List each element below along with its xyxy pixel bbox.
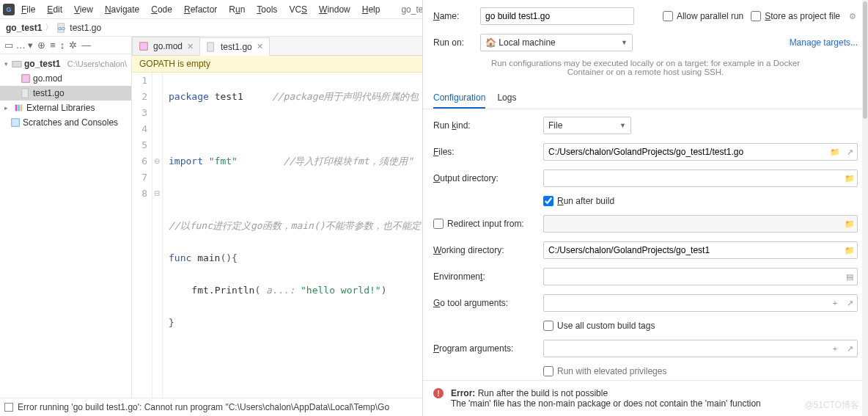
gotool-label: Go tool arguments: — [433, 298, 536, 308]
folder-icon — [12, 59, 22, 69]
tab-gomod[interactable]: go.mod ✕ — [132, 37, 200, 55]
status-text: Error running 'go build test1.go': Canno… — [18, 402, 389, 412]
fold-gutter[interactable]: ⊖ ⊟ — [152, 73, 163, 398]
env-input[interactable] — [543, 268, 858, 285]
menu-edit[interactable]: Edit — [42, 2, 67, 17]
filter-icon[interactable]: ≡ — [50, 40, 56, 51]
runkind-combo[interactable]: File▼ — [543, 117, 631, 134]
outdir-input[interactable] — [543, 169, 858, 187]
scrollbar-thumb[interactable] — [863, 1, 867, 119]
project-tool-window: ▭ … ▾ ⊕ ≡ ↕ ✲ — ▾ go_test1 C:\Users\chal… — [0, 37, 132, 398]
svg-rect-5 — [15, 105, 18, 112]
name-input[interactable] — [480, 7, 634, 25]
editor-pane: go.mod ✕ test1.go ✕ GOPATH is empty 1234… — [132, 37, 422, 398]
close-icon[interactable]: ✕ — [187, 42, 194, 51]
svg-rect-4 — [22, 89, 29, 98]
svg-rect-3 — [22, 75, 30, 83]
svg-rect-8 — [12, 119, 20, 127]
tab-logs[interactable]: Logs — [497, 88, 516, 109]
progargs-label: Program arguments: — [433, 343, 536, 354]
tree-file-gomod[interactable]: go.mod — [0, 71, 131, 86]
close-icon[interactable]: ✕ — [257, 42, 263, 51]
menu-code[interactable]: Code — [146, 2, 177, 17]
line-gutter: 12345678 — [132, 73, 152, 398]
error-line1: Run after the build is not possible — [478, 388, 608, 398]
name-label: Name: — [433, 11, 473, 21]
progargs-input[interactable] — [543, 340, 858, 357]
menu-navigate[interactable]: Navigate — [100, 2, 144, 17]
tree-scratches[interactable]: Scratches and Consoles — [0, 115, 131, 130]
manage-targets-link[interactable]: Manage targets... — [790, 37, 858, 48]
watermark: @51CTO博客 — [804, 399, 859, 412]
tree-root-label: go_test1 — [24, 59, 60, 69]
folder-icon[interactable]: 📁 — [845, 173, 855, 183]
outdir-label: Output directory: — [433, 173, 536, 183]
expand-icon[interactable]: ↗ — [845, 343, 855, 354]
breadcrumb-project[interactable]: go_test1 — [6, 23, 42, 33]
expand-icon[interactable]: ▾ — [4, 60, 10, 67]
tree-file-test1[interactable]: test1.go — [0, 86, 131, 101]
breadcrumb-file[interactable]: test1.go — [70, 23, 101, 33]
gomod-icon — [21, 73, 31, 84]
tree-project-root[interactable]: ▾ go_test1 C:\Users\chalon\ — [0, 56, 131, 71]
gopath-warning-banner: GOPATH is empty — [132, 56, 422, 73]
store-project-checkbox[interactable]: Store as project file — [751, 11, 840, 21]
expand-icon[interactable]: ↗ — [845, 298, 855, 308]
menu-vcs[interactable]: VCS — [284, 2, 312, 17]
menu-refactor[interactable]: Refactor — [179, 2, 222, 17]
sort-icon[interactable]: ↕ — [60, 40, 65, 51]
menu-window[interactable]: Window — [314, 2, 356, 17]
collapse-icon[interactable]: — — [81, 40, 91, 51]
add-icon[interactable]: ⊕ — [37, 40, 45, 51]
expand-icon[interactable]: ↗ — [845, 147, 855, 157]
env-label: Environment: — [433, 271, 536, 282]
project-view-selector-icon[interactable]: ▭ … ▾ — [4, 40, 33, 51]
elevated-checkbox[interactable]: Run with elevated privileges — [543, 366, 666, 376]
custom-tags-checkbox[interactable]: Use all custom build tags — [543, 321, 655, 331]
allow-parallel-checkbox[interactable]: Allow parallel run — [663, 11, 743, 21]
runon-label: Run on: — [433, 37, 473, 48]
folder-icon[interactable]: 📁 — [845, 245, 855, 255]
runon-hint: Run configurations may be executed local… — [423, 56, 868, 85]
project-tree[interactable]: ▾ go_test1 C:\Users\chalon\ go.mod test1… — [0, 54, 131, 132]
tab-test1[interactable]: test1.go ✕ — [199, 37, 270, 56]
plus-icon[interactable]: + — [830, 343, 840, 354]
gotool-input[interactable] — [543, 294, 858, 312]
run-after-build-checkbox[interactable]: Run after build — [543, 196, 614, 206]
menu-file[interactable]: File — [16, 2, 40, 17]
folder-icon[interactable]: 📁 — [845, 219, 855, 229]
tree-file-label: test1.go — [33, 88, 65, 98]
menu-view[interactable]: View — [69, 2, 98, 17]
runon-combo[interactable]: 🏠 Local machine ▼ — [480, 34, 633, 51]
libraries-icon — [14, 103, 24, 113]
tab-configuration[interactable]: Configuration — [433, 88, 485, 109]
files-label: Files: — [433, 147, 536, 157]
dialog-error-footer: ! Error: Run after the build is not poss… — [423, 380, 868, 416]
dialog-scrollbar[interactable] — [862, 0, 868, 416]
svg-rect-10 — [207, 42, 214, 51]
tree-external-libraries[interactable]: ▸ External Libraries — [0, 101, 131, 115]
ide-logo-icon: G — [3, 4, 15, 15]
menu-run[interactable]: Run — [224, 2, 250, 17]
redirect-input-checkbox[interactable]: Redirect input from: — [433, 219, 536, 229]
go-file-icon — [21, 88, 31, 98]
code-editor[interactable]: 12345678 ⊖ ⊟ package test1 //package用于声明… — [132, 73, 422, 398]
redirect-input-field[interactable] — [543, 215, 858, 233]
folder-icon[interactable]: 📁 — [830, 147, 840, 157]
menu-tools[interactable]: Tools — [251, 2, 282, 17]
code-content[interactable]: package test1 //package用于声明代码所属的包 import… — [163, 73, 422, 398]
settings-icon[interactable]: ✲ — [69, 40, 77, 51]
gear-icon[interactable]: ⚙ — [847, 11, 858, 21]
svg-text:GO: GO — [59, 25, 66, 30]
list-icon[interactable]: ▤ — [845, 271, 855, 282]
tree-ext-label: External Libraries — [26, 103, 95, 113]
menu-help[interactable]: Help — [357, 2, 386, 17]
runkind-label: Run kind: — [433, 120, 536, 131]
workdir-input[interactable] — [543, 241, 858, 259]
files-input[interactable] — [543, 143, 858, 161]
plus-icon[interactable]: + — [830, 298, 840, 308]
tab-label: go.mod — [153, 41, 183, 51]
tree-root-path: C:\Users\chalon\ — [67, 59, 127, 68]
status-icon[interactable] — [4, 403, 13, 412]
expand-icon[interactable]: ▸ — [4, 104, 12, 112]
